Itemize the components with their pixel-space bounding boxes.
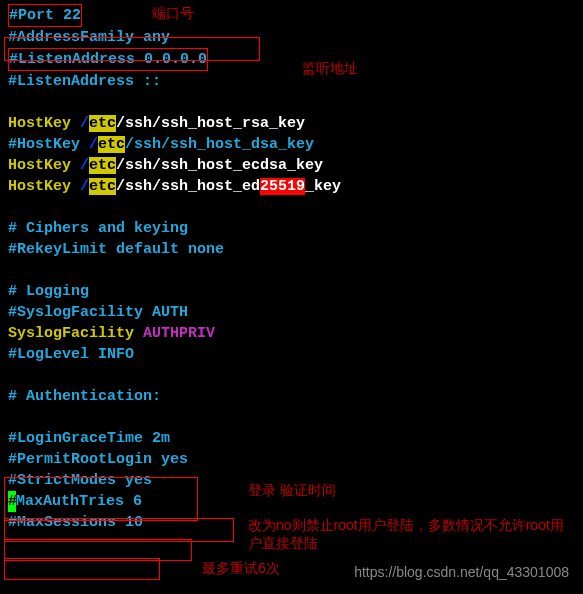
- blank-line: [8, 197, 575, 218]
- config-line-loglevel: #LogLevel INFO: [8, 344, 575, 365]
- blank-line: [8, 92, 575, 113]
- config-line-hostkey-rsa: HostKey /etc/ssh/ssh_host_rsa_key: [8, 113, 575, 134]
- config-line-logging-heading: # Logging: [8, 281, 575, 302]
- config-line-hostkey-ecdsa: HostKey /etc/ssh/ssh_host_ecdsa_key: [8, 155, 575, 176]
- config-line-ciphers-heading: # Ciphers and keying: [8, 218, 575, 239]
- config-line-listenaddress2: #ListenAddress ::: [8, 71, 575, 92]
- config-line-port: #Port 22: [8, 4, 575, 27]
- annotation-box: [4, 37, 260, 61]
- annotation-box: [4, 558, 160, 580]
- blank-line: [8, 365, 575, 386]
- watermark: https://blog.csdn.net/qq_43301008: [354, 564, 569, 580]
- config-line-rekeylimit: #RekeyLimit default none: [8, 239, 575, 260]
- annotation-maxauthtries: 最多重试6次: [202, 560, 280, 578]
- config-line-syslogfacility-comment: #SyslogFacility AUTH: [8, 302, 575, 323]
- config-line-hostkey-ed25519: HostKey /etc/ssh/ssh_host_ed25519_key: [8, 176, 575, 197]
- annotation-permitrootlogin: 改为no则禁止root用户登陆，多数情况不允许root用户直接登陆: [248, 516, 568, 552]
- annotation-listenaddress: 监听地址: [302, 60, 358, 78]
- blank-line: [8, 260, 575, 281]
- config-line-hostkey-dsa: #HostKey /etc/ssh/ssh_host_dsa_key: [8, 134, 575, 155]
- annotation-box: [4, 477, 198, 521]
- blank-line: [8, 407, 575, 428]
- config-line-auth-heading: # Authentication:: [8, 386, 575, 407]
- config-line-logingracetime: #LoginGraceTime 2m: [8, 428, 575, 449]
- config-line-permitrootlogin: #PermitRootLogin yes: [8, 449, 575, 470]
- annotation-login-time: 登录 验证时间: [248, 482, 336, 500]
- config-line-syslogfacility: SyslogFacility AUTHPRIV: [8, 323, 575, 344]
- annotation-port: 端口号: [152, 5, 194, 23]
